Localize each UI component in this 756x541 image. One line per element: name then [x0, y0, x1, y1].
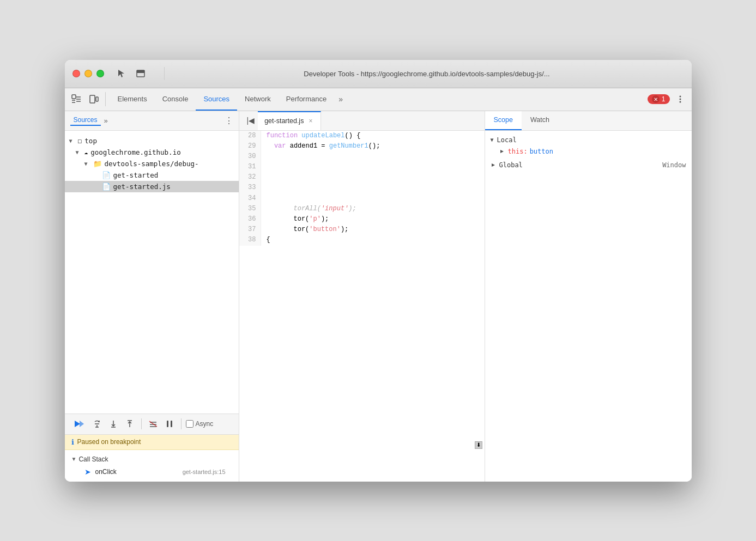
open-file-tab[interactable]: get-started.js × [258, 111, 321, 130]
line-number-34: 34 [239, 193, 261, 204]
dock-button[interactable] [134, 66, 148, 81]
maximize-button[interactable] [96, 70, 104, 77]
cs-file-location: get-started.js:15 [183, 469, 226, 475]
line-number-37: 37 [239, 224, 261, 235]
code-line-34: 34 [239, 193, 485, 204]
scroll-indicator[interactable]: ⬇ [475, 441, 482, 449]
folder-icon: 📁 [93, 160, 102, 168]
call-stack-section: ▼ Call Stack ➤ onClick get-started.js:15 [65, 450, 239, 482]
line-number-28: 28 [239, 131, 261, 141]
error-count: 1 [662, 95, 666, 103]
call-stack-header[interactable]: ▼ Call Stack [71, 453, 232, 465]
more-options-button[interactable] [673, 92, 687, 106]
line-code-38: { [261, 235, 276, 245]
paused-info-icon: ℹ [71, 438, 74, 446]
line-number-29: 29 [239, 141, 261, 151]
svg-marker-17 [500, 150, 504, 153]
tree-label-domain: googlechrome.github.io [90, 148, 181, 156]
expand-arrow-icon [499, 149, 505, 154]
svg-rect-2 [72, 95, 76, 99]
panel-options-button[interactable]: ⋮ [225, 116, 233, 126]
tree-label-folder: devtools-samples/debug- [105, 160, 199, 168]
domain-icon: ☁ [84, 149, 88, 156]
tab-list: Elements Console Sources Network Perform… [110, 88, 648, 111]
line-number-31: 31 [239, 162, 261, 172]
dt-right-icons: ✕ 1 [648, 92, 687, 106]
tab-performance[interactable]: Performance [279, 88, 334, 111]
tree-item-js[interactable]: ▶ 📄 get-started.js [65, 181, 239, 192]
inspect-element-button[interactable] [69, 92, 83, 106]
scope-section-local: ▼ Local this: button [485, 134, 692, 157]
async-checkbox[interactable] [186, 420, 193, 428]
tree-item-domain[interactable]: ▼ ☁ googlechrome.github.io [65, 147, 239, 158]
resume-button[interactable] [70, 418, 88, 430]
error-count-badge[interactable]: ✕ 1 [648, 94, 670, 104]
scope-item-this[interactable]: this: button [485, 146, 692, 157]
tree-item-html[interactable]: ▶ 📄 get-started [65, 169, 239, 181]
code-line-32: 32 ' + ' + addend2 + [239, 172, 485, 183]
code-line-29: 29 var addend1 = getNumber1(); [239, 141, 485, 151]
scope-local-label: Local [497, 136, 517, 144]
tab-elements[interactable]: Elements [110, 88, 155, 111]
open-file-name: get-started.js [264, 117, 304, 125]
title-bar: Developer Tools - https://googlechrome.g… [65, 60, 692, 88]
tab-sources[interactable]: Sources [196, 88, 237, 111]
toolbar-divider [141, 418, 142, 429]
cursor-tool-button[interactable] [114, 66, 128, 81]
tree-label-js: get-started.js [113, 183, 171, 191]
devtools-window: Developer Tools - https://googlechrome.g… [65, 60, 692, 482]
step-out-button[interactable] [123, 418, 137, 430]
device-mode-button[interactable] [87, 92, 101, 106]
panel-more-button[interactable]: » [104, 117, 108, 125]
navigate-files-button[interactable]: |◀ [244, 114, 258, 127]
scope-this-value: button [530, 148, 553, 155]
minimize-button[interactable] [84, 70, 92, 77]
pause-on-exceptions-button[interactable] [162, 418, 177, 430]
window-title: Developer Tools - https://googlechrome.g… [170, 70, 684, 78]
svg-rect-16 [171, 421, 172, 427]
toolbar-divider-2 [181, 418, 182, 429]
call-stack-arrow: ▼ [71, 456, 77, 462]
tree-item-top[interactable]: ▼ ☐ top [65, 135, 239, 147]
scope-global-header[interactable]: Global Window [485, 159, 692, 171]
js-file-icon: 📄 [102, 183, 111, 191]
svg-marker-18 [492, 163, 495, 167]
tree-item-folder[interactable]: ▼ 📁 devtools-samples/debug- [65, 158, 239, 169]
file-panel-header: Sources » ⋮ [65, 111, 239, 131]
tree-arrow-domain: ▼ [76, 149, 82, 155]
svg-rect-15 [167, 421, 168, 427]
scope-tab[interactable]: Scope [485, 111, 522, 130]
watch-tab[interactable]: Watch [522, 111, 558, 130]
close-file-tab-button[interactable]: × [307, 117, 314, 125]
svg-point-7 [679, 101, 681, 103]
scope-this-key: this: [508, 148, 528, 155]
line-number-36: 36 [239, 214, 261, 224]
close-button[interactable] [72, 70, 80, 77]
tree-arrow-folder: ▼ [84, 161, 91, 167]
line-number-33: 33 [239, 183, 261, 193]
call-stack-label: Call Stack [78, 455, 108, 463]
code-line-35: 35 torAll('input'); [239, 204, 485, 214]
cs-arrow-icon: ➤ [84, 467, 91, 476]
scope-content: ▼ Local this: button [485, 131, 692, 482]
line-code-28: function updateLabel() { [261, 131, 366, 141]
call-stack-item-onclick[interactable]: ➤ onClick get-started.js:15 [71, 465, 232, 478]
scope-local-header[interactable]: ▼ Local [485, 134, 692, 146]
step-into-button[interactable] [106, 418, 120, 430]
html-file-icon: 📄 [102, 171, 111, 179]
step-over-button[interactable] [90, 418, 104, 430]
svg-rect-1 [137, 70, 144, 73]
traffic-lights [72, 70, 104, 77]
tree-label-html: get-started [113, 171, 159, 179]
sources-panel-tab[interactable]: Sources [70, 115, 101, 126]
tab-more-button[interactable]: » [334, 95, 347, 104]
tab-console[interactable]: Console [155, 88, 196, 111]
tree-label-top: top [84, 137, 97, 145]
code-area[interactable]: 28 function updateLabel() { 29 var adden… [239, 131, 485, 482]
async-checkbox-label[interactable]: Async [186, 420, 214, 428]
scope-local-arrow: ▼ [491, 137, 494, 143]
tab-network[interactable]: Network [237, 88, 279, 111]
code-line-33: 33 [239, 183, 485, 193]
deactivate-breakpoints-button[interactable] [146, 418, 160, 430]
svg-point-6 [679, 99, 681, 100]
